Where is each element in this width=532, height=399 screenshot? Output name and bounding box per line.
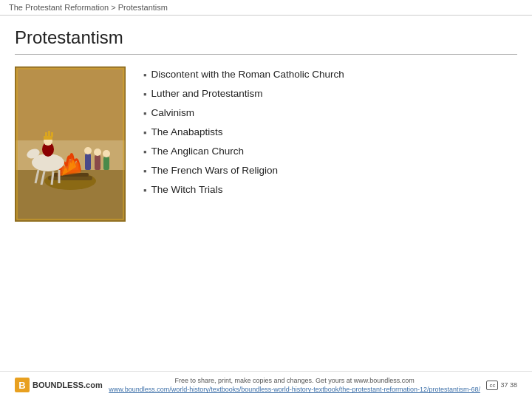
- logo-text: BOUNDLESS.com: [33, 381, 103, 389]
- logo-letter: B: [15, 378, 30, 392]
- cc-badge: cc: [486, 381, 498, 390]
- boundless-logo: B BOUNDLESS.com: [15, 378, 103, 392]
- footer-left: B BOUNDLESS.com: [15, 378, 103, 392]
- bullet-text: The Witch Trials: [151, 184, 223, 195]
- bullet-text: Luther and Protestantism: [151, 88, 263, 99]
- footer-description: Free to share, print, make copies and ch…: [103, 376, 487, 395]
- bullet-item: ▪The Anglican Church: [143, 143, 344, 160]
- svg-point-19: [84, 147, 92, 154]
- page-numbers: 37 38: [500, 381, 517, 389]
- footer-line1: Free to share, print, make copies and ch…: [103, 376, 487, 386]
- bullet-marker-icon: ▪: [143, 127, 147, 138]
- bullet-item: ▪The Witch Trials: [143, 182, 344, 198]
- svg-rect-22: [103, 157, 109, 170]
- bullet-marker-icon: ▪: [143, 69, 147, 81]
- bullet-marker-icon: ▪: [143, 108, 147, 119]
- breadcrumb-part2: Protestantism: [118, 3, 168, 12]
- svg-rect-18: [85, 154, 91, 170]
- page-title: Protestantism: [15, 27, 517, 48]
- breadcrumb-separator: >: [109, 3, 118, 12]
- footer-link[interactable]: www.boundless.com/world-history/textbook…: [109, 386, 480, 393]
- svg-point-21: [94, 149, 101, 156]
- svg-rect-1: [15, 66, 126, 140]
- svg-line-10: [52, 171, 53, 185]
- bullet-text: The French Wars of Religion: [151, 165, 278, 176]
- bullet-item: ▪The French Wars of Religion: [143, 163, 344, 179]
- breadcrumb-part1: The Protestant Reformation: [9, 3, 109, 12]
- footer-line2: www.boundless.com/world-history/textbook…: [103, 385, 487, 395]
- medieval-illustration: [15, 66, 126, 222]
- bullet-list: ▪Discontent with the Roman Catholic Chur…: [143, 66, 344, 198]
- footer-icons: cc 37 38: [486, 381, 517, 390]
- bullet-text: Discontent with the Roman Catholic Churc…: [151, 69, 344, 80]
- breadcrumb: The Protestant Reformation > Protestanti…: [0, 0, 532, 16]
- bullet-text: The Anglican Church: [151, 146, 244, 157]
- bullet-marker-icon: ▪: [143, 146, 147, 157]
- bullet-marker-icon: ▪: [143, 89, 147, 100]
- bullet-item: ▪Luther and Protestantism: [143, 86, 344, 102]
- main-content: Protestantism: [0, 16, 532, 229]
- svg-rect-17: [51, 132, 53, 137]
- bullet-marker-icon: ▪: [143, 185, 147, 196]
- bullet-item: ▪Discontent with the Roman Catholic Chur…: [143, 66, 344, 83]
- bullet-marker-icon: ▪: [143, 166, 147, 177]
- bullet-text: The Anabaptists: [151, 126, 223, 137]
- bullet-item: ▪Calvinism: [143, 105, 344, 121]
- svg-rect-15: [45, 132, 47, 137]
- bullet-item: ▪The Anabaptists: [143, 124, 344, 140]
- content-row: ▪Discontent with the Roman Catholic Chur…: [15, 66, 517, 222]
- svg-point-23: [103, 150, 110, 157]
- footer: B BOUNDLESS.com Free to share, print, ma…: [0, 371, 532, 399]
- svg-rect-16: [48, 131, 50, 137]
- bullet-text: Calvinism: [151, 107, 195, 118]
- title-divider: [15, 54, 517, 55]
- svg-rect-20: [95, 155, 100, 170]
